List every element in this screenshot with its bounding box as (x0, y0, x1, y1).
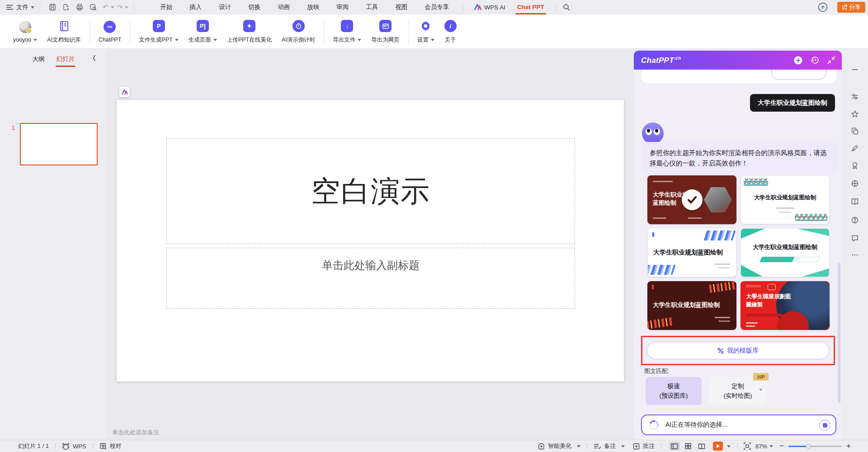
fit-screen-icon[interactable] (744, 443, 751, 450)
cloud-upload-icon[interactable] (817, 2, 828, 13)
account-button[interactable]: yooyoo (8, 17, 42, 46)
resources-icon[interactable] (851, 180, 859, 187)
settings-button[interactable]: 设置 (412, 17, 439, 46)
scrolled-button[interactable] (771, 70, 826, 80)
file-to-ppt-button[interactable]: P 文件生成PPT (134, 17, 183, 46)
print-icon[interactable] (76, 4, 83, 11)
wps-assistant-button[interactable]: WPS (62, 443, 86, 450)
export-file-button[interactable]: ↓ 导出文件 (328, 17, 366, 46)
countdown-button[interactable]: AI演示倒计时 (277, 17, 320, 46)
more-icon[interactable] (851, 251, 859, 259)
hide-rail-icon[interactable] (851, 66, 859, 73)
tab-view[interactable]: 视图 (387, 0, 416, 14)
normal-view-button[interactable] (669, 442, 680, 451)
tab-review[interactable]: 审阅 (328, 0, 357, 14)
zoom-slider[interactable] (788, 446, 842, 447)
slide-thumbnail[interactable] (20, 123, 98, 165)
proofread-button[interactable]: 校对 (99, 442, 122, 450)
stop-button[interactable] (819, 419, 830, 431)
help-icon[interactable] (851, 217, 859, 224)
redo-icon[interactable]: ↷ (117, 3, 123, 11)
speaker-notes-button[interactable]: 备注 (594, 442, 625, 450)
tab-tools[interactable]: 工具 (357, 0, 387, 14)
zoom-out-button[interactable]: − (779, 442, 784, 451)
chat-input-bar[interactable]: AI正在等待你的选择... (641, 414, 836, 435)
export-pdf-icon[interactable] (62, 4, 70, 11)
print-preview-icon[interactable] (90, 4, 97, 11)
divider (93, 443, 93, 449)
subtitle-placeholder[interactable]: 单击此处输入副标题 (166, 248, 575, 309)
slide-page[interactable]: 空白演示 单击此处输入副标题 (116, 99, 624, 382)
comments-button[interactable]: 批注 (633, 442, 655, 450)
file-menu[interactable]: 文件 (16, 3, 28, 11)
wps-ai-floating-button[interactable] (119, 87, 130, 97)
template-thumbnail-2[interactable]: 大学生职业规划蓝图绘制 (741, 175, 830, 224)
info-icon: i (444, 20, 457, 32)
tab-outline[interactable]: 大纲 (33, 55, 45, 63)
template-thumbnail-3[interactable]: 大学生职业规划蓝图绘制 (647, 228, 736, 277)
chatppt-bubble-icon (104, 21, 116, 33)
ai-doc-knowledge-button[interactable]: AI文档知识库 (42, 17, 85, 46)
search-icon[interactable] (563, 4, 570, 11)
selected-check-icon (682, 189, 703, 210)
zoom-slider-knob[interactable] (806, 444, 811, 449)
tab-slides[interactable]: 幻灯片 (57, 55, 75, 63)
undo-icon[interactable]: ↶ (103, 3, 108, 11)
file-menu-chevron-icon[interactable] (31, 6, 34, 9)
upload-beautify-button[interactable]: ✦ 上传PPT在线美化 (222, 17, 277, 46)
collapse-sidebar-icon[interactable]: ❬ (92, 54, 97, 61)
undo-chevron-icon[interactable] (111, 6, 114, 9)
badge-icon[interactable] (851, 162, 859, 169)
tab-design[interactable]: 设计 (210, 0, 240, 14)
webpage-icon (379, 20, 392, 32)
about-button[interactable]: i 关于 (439, 17, 462, 46)
speed-option[interactable]: 极速 (预设图库) (646, 377, 702, 405)
hamburger-menu-icon[interactable] (6, 5, 13, 10)
save-icon[interactable] (49, 4, 56, 11)
my-templates-button[interactable]: 我的模版库 (647, 342, 829, 359)
dictionary-book-icon[interactable] (851, 198, 859, 205)
template-thumbnail-1[interactable]: 大学生职业规划蓝图绘制 (647, 175, 736, 224)
new-chat-icon[interactable] (793, 56, 803, 65)
tab-member[interactable]: 会员专享 (416, 0, 458, 14)
notes-placeholder[interactable]: 单击此处添加备注 (112, 428, 159, 437)
play-chevron-icon[interactable] (727, 445, 731, 447)
templates-icon (717, 348, 724, 354)
panel-scrollbar[interactable] (838, 263, 840, 403)
tab-home[interactable]: 开始 (151, 0, 181, 14)
tab-transition[interactable]: 切换 (240, 0, 269, 14)
tab-wps-ai[interactable]: WPS AI (469, 4, 511, 11)
collapse-panel-icon[interactable] (827, 56, 835, 64)
favorites-star-icon[interactable] (851, 110, 859, 118)
clipboard-panels-icon[interactable] (851, 127, 859, 135)
custom-option[interactable]: VIP 定制 (实时绘图) (709, 377, 767, 405)
properties-icon[interactable] (851, 93, 859, 100)
template-thumbnail-5[interactable]: 大学生职业规划蓝图绘制 (647, 281, 736, 330)
title-placeholder[interactable]: 空白演示 (166, 138, 575, 244)
zoom-in-button[interactable]: + (846, 442, 851, 451)
tab-slideshow[interactable]: 放映 (298, 0, 328, 14)
history-icon[interactable] (811, 56, 820, 65)
smart-beautify-button[interactable]: 智能美化 (538, 442, 580, 450)
template-thumbnail-4[interactable]: 大学生职业规划蓝图绘制 (741, 228, 830, 277)
play-slideshow-button[interactable] (713, 442, 723, 451)
right-sidebar-rail (842, 49, 868, 440)
tab-chat-ppt[interactable]: Chat PPT (511, 0, 551, 14)
share-button[interactable]: 分享 (837, 2, 865, 13)
design-tools-icon[interactable] (851, 145, 859, 152)
zoom-chevron-icon[interactable] (769, 445, 773, 447)
slide-sorter-view-button[interactable] (683, 442, 693, 451)
reading-view-button[interactable] (696, 442, 707, 451)
chatppt-button[interactable]: ChatPPT (94, 17, 127, 46)
template-thumbnail-6[interactable]: 大學生職業規劃藍圖繪製 (741, 281, 830, 330)
comments-bubble-icon[interactable] (851, 235, 859, 242)
divider (463, 3, 463, 11)
redo-chevron-icon[interactable] (125, 6, 128, 9)
custom-option-chevron-icon[interactable] (759, 389, 763, 391)
generate-page-button[interactable]: P] 生成页面 (184, 17, 222, 46)
tab-animation[interactable]: 动画 (269, 0, 298, 14)
export-web-button[interactable]: 导出为网页 (366, 17, 405, 46)
previous-message-card (642, 70, 836, 83)
tab-insert[interactable]: 插入 (181, 0, 210, 14)
zoom-level[interactable]: 87% (755, 443, 767, 450)
